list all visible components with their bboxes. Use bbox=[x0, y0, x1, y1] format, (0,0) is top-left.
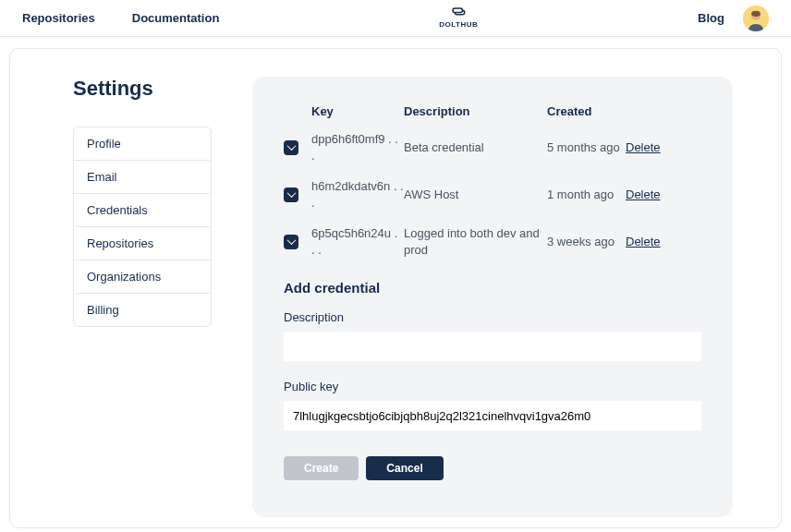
table-row: h6m2dkdatv6n . . . AWS Host 1 month ago … bbox=[284, 178, 701, 211]
top-nav: Repositories Documentation DOLTHUB Blog bbox=[0, 0, 791, 37]
col-header-created: Created bbox=[547, 104, 626, 118]
credential-icon bbox=[284, 187, 298, 202]
credential-key: dpp6h6ft0mf9 . . . bbox=[311, 131, 404, 163]
nav-repositories[interactable]: Repositories bbox=[22, 11, 95, 25]
cancel-button[interactable]: Cancel bbox=[366, 456, 443, 480]
create-button[interactable]: Create bbox=[284, 456, 359, 480]
page-title: Settings bbox=[73, 77, 212, 101]
description-label: Description bbox=[284, 310, 701, 324]
credential-key: 6p5qc5h6n24u . . . bbox=[311, 225, 404, 258]
col-header-key: Key bbox=[311, 104, 404, 118]
sidebar-item-profile[interactable]: Profile bbox=[74, 127, 211, 161]
description-input[interactable] bbox=[284, 332, 701, 361]
logo-icon bbox=[450, 7, 467, 20]
credential-description: AWS Host bbox=[404, 187, 547, 203]
sidebar-item-repositories[interactable]: Repositories bbox=[74, 227, 211, 260]
col-header-description: Description bbox=[404, 104, 547, 118]
sidebar-item-billing[interactable]: Billing bbox=[74, 294, 211, 326]
credential-icon bbox=[284, 140, 298, 155]
publickey-label: Public key bbox=[284, 380, 701, 393]
sidebar-item-credentials[interactable]: Credentials bbox=[74, 194, 211, 227]
sidebar-item-email[interactable]: Email bbox=[74, 161, 211, 194]
credentials-panel: Key Description Created dpp6h6ft0mf9 . .… bbox=[252, 77, 733, 517]
delete-button[interactable]: Delete bbox=[626, 187, 681, 201]
settings-sidebar: Profile Email Credentials Repositories O… bbox=[73, 127, 212, 327]
credential-icon bbox=[284, 235, 298, 249]
avatar-icon bbox=[743, 6, 769, 31]
credential-created: 1 month ago bbox=[547, 187, 626, 203]
nav-blog[interactable]: Blog bbox=[698, 11, 724, 25]
add-credential-heading: Add credential bbox=[284, 280, 701, 296]
credential-created: 5 months ago bbox=[547, 139, 626, 156]
table-row: 6p5qc5h6n24u . . . Logged into both dev … bbox=[284, 225, 701, 258]
settings-card: Settings Profile Email Credentials Repos… bbox=[9, 48, 782, 528]
credential-created: 3 weeks ago bbox=[547, 234, 626, 250]
table-row: dpp6h6ft0mf9 . . . Beta credential 5 mon… bbox=[284, 131, 701, 163]
delete-button[interactable]: Delete bbox=[626, 235, 681, 248]
credential-description: Logged into both dev and prod bbox=[404, 225, 547, 258]
avatar[interactable] bbox=[743, 6, 769, 31]
credentials-table: Key Description Created dpp6h6ft0mf9 . .… bbox=[284, 104, 701, 258]
delete-button[interactable]: Delete bbox=[626, 140, 681, 154]
sidebar-item-organizations[interactable]: Organizations bbox=[74, 260, 211, 294]
logo[interactable]: DOLTHUB bbox=[439, 7, 478, 29]
credential-key: h6m2dkdatv6n . . . bbox=[311, 178, 404, 211]
nav-documentation[interactable]: Documentation bbox=[132, 11, 220, 25]
logo-text: DOLTHUB bbox=[439, 20, 478, 29]
credential-description: Beta credential bbox=[404, 139, 547, 156]
publickey-input[interactable] bbox=[284, 401, 701, 430]
